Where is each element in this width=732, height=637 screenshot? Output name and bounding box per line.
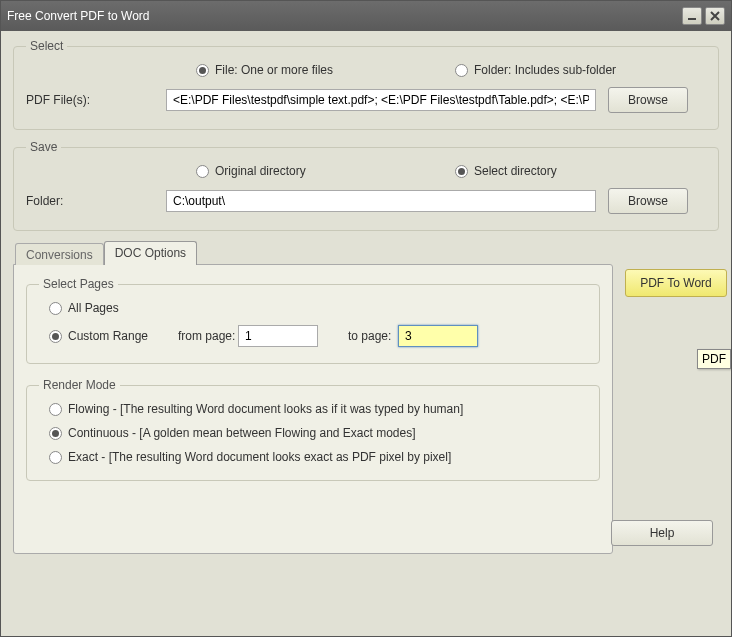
tab-doc-options[interactable]: DOC Options [104,241,197,265]
to-page-label: to page: [348,329,398,343]
custom-range-label: Custom Range [68,329,178,343]
pdf-files-input[interactable] [166,89,596,111]
close-icon [709,10,721,22]
exact-radio[interactable] [49,451,62,464]
original-dir-radio[interactable] [196,165,209,178]
folder-input[interactable] [166,190,596,212]
titlebar: Free Convert PDF to Word [1,1,731,31]
select-pages-group: Select Pages All Pages Custom Range from… [26,277,600,364]
continuous-radio[interactable] [49,427,62,440]
exact-label: Exact - [The resulting Word document loo… [68,450,451,464]
folder-radio[interactable] [455,64,468,77]
pdf-files-label: PDF File(s): [26,93,166,107]
continuous-label: Continuous - [A golden mean between Flow… [68,426,416,440]
tooltip-fragment: PDF [697,349,731,369]
custom-range-radio[interactable] [49,330,62,343]
all-pages-radio[interactable] [49,302,62,315]
from-page-input[interactable] [238,325,318,347]
select-group: Select File: One or more files Folder: I… [13,39,719,130]
all-pages-label: All Pages [68,301,119,315]
file-radio[interactable] [196,64,209,77]
flowing-label: Flowing - [The resulting Word document l… [68,402,463,416]
minimize-button[interactable] [682,7,702,25]
save-group: Save Original directory Select directory… [13,140,719,231]
flowing-radio[interactable] [49,403,62,416]
render-mode-group: Render Mode Flowing - [The resulting Wor… [26,378,600,481]
tab-conversions[interactable]: Conversions [15,243,104,265]
pdf-to-word-button[interactable]: PDF To Word [625,269,727,297]
select-dir-radio[interactable] [455,165,468,178]
from-page-label: from page: [178,329,238,343]
to-page-input[interactable] [398,325,478,347]
original-dir-label: Original directory [215,164,455,178]
svg-rect-0 [688,18,696,20]
select-pages-legend: Select Pages [39,277,118,291]
help-button[interactable]: Help [611,520,713,546]
save-legend: Save [26,140,61,154]
minimize-icon [686,10,698,22]
browse-folder-button[interactable]: Browse [608,188,688,214]
select-dir-label: Select directory [474,164,557,178]
render-mode-legend: Render Mode [39,378,120,392]
close-button[interactable] [705,7,725,25]
file-radio-label: File: One or more files [215,63,455,77]
folder-radio-label: Folder: Includes sub-folder [474,63,616,77]
folder-label: Folder: [26,194,166,208]
window-title: Free Convert PDF to Word [7,9,679,23]
tabs-header: Conversions DOC Options [15,241,613,265]
select-legend: Select [26,39,67,53]
tab-body: Select Pages All Pages Custom Range from… [13,264,613,554]
browse-files-button[interactable]: Browse [608,87,688,113]
